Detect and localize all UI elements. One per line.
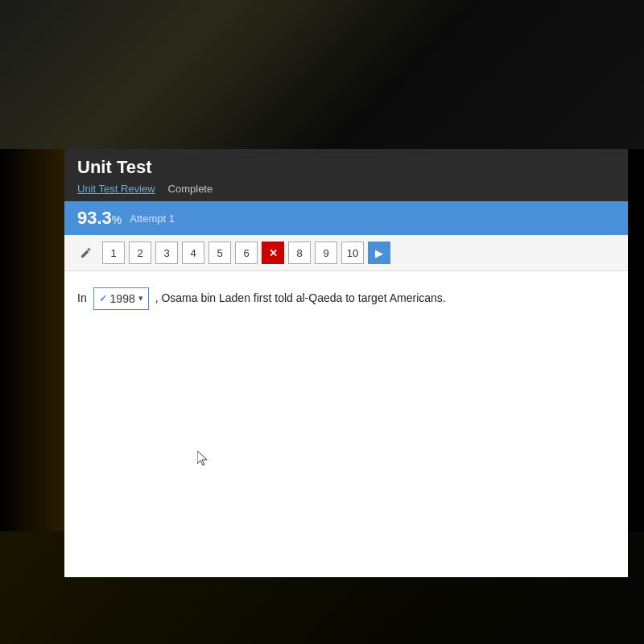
nav-btn-3[interactable]: 3 xyxy=(155,242,178,264)
dark-left-edge xyxy=(0,149,64,531)
dropdown-arrow-icon: ▾ xyxy=(138,291,143,306)
nav-btn-2[interactable]: 2 xyxy=(129,242,151,264)
question-content: In ✓ 1998 ▾ , Osama bin Laden first told… xyxy=(64,271,628,577)
nav-btn-7-wrong[interactable]: ✕ xyxy=(262,242,284,264)
nav-btn-6[interactable]: 6 xyxy=(235,242,258,264)
inline-answer-dropdown[interactable]: ✓ 1998 ▾ xyxy=(93,287,149,310)
question-text: In ✓ 1998 ▾ , Osama bin Laden first told… xyxy=(77,287,615,310)
nav-btn-9[interactable]: 9 xyxy=(315,242,337,264)
nav-btn-next[interactable]: ▶ xyxy=(368,242,390,264)
question-prefix: In xyxy=(77,291,87,304)
nav-btn-10[interactable]: 10 xyxy=(341,242,364,264)
dark-overlay-top xyxy=(0,0,644,149)
header-section: Unit Test Unit Test Review Complete xyxy=(64,149,628,201)
attempt-label: Attempt 1 xyxy=(130,213,175,225)
answer-value: 1998 xyxy=(110,290,135,308)
edit-icon[interactable] xyxy=(77,244,95,262)
question-suffix: , Osama bin Laden first told al-Qaeda to… xyxy=(155,291,446,304)
score-value: 93.3% xyxy=(77,208,122,229)
page-title: Unit Test xyxy=(77,157,615,183)
nav-btn-1[interactable]: 1 xyxy=(102,242,125,264)
check-icon: ✓ xyxy=(99,291,107,307)
nav-btn-4[interactable]: 4 xyxy=(182,242,204,264)
main-content-panel: Unit Test Unit Test Review Complete 93.3… xyxy=(64,149,628,577)
nav-btn-8[interactable]: 8 xyxy=(288,242,311,264)
score-bar: 93.3% Attempt 1 xyxy=(64,201,628,235)
question-nav-row: 1 2 3 4 5 6 ✕ 8 9 10 ▶ xyxy=(64,235,628,271)
breadcrumb: Unit Test Review Complete xyxy=(77,183,615,201)
breadcrumb-link[interactable]: Unit Test Review xyxy=(77,183,155,195)
nav-btn-5[interactable]: 5 xyxy=(208,242,231,264)
dark-right-edge xyxy=(628,149,644,531)
breadcrumb-current: Complete xyxy=(168,183,213,195)
